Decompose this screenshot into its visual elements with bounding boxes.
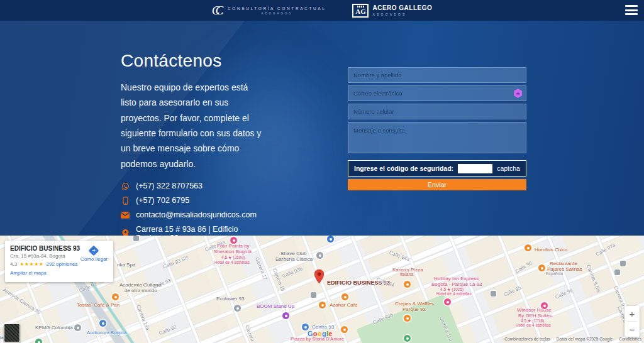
map-poi-label[interactable]: Crepes & Waffles xyxy=(395,301,434,307)
map-poi-label[interactable]: Italiana xyxy=(400,272,413,276)
map-poi-icon[interactable] xyxy=(538,264,545,271)
contact-row-address: Carrera 15 # 93a 86 | Edificio Business … xyxy=(121,225,272,236)
email-address[interactable]: contacto@misaliadosjuridicos.com xyxy=(136,210,257,219)
captcha-bar: Ingrese el código de seguridad: captcha xyxy=(348,160,526,177)
header-logos: CC CONSULTORÍA CONTRACTUAL ABOGADOS AG A… xyxy=(0,0,644,21)
cc-logo[interactable]: CC CONSULTORÍA CONTRACTUAL ABOGADOS xyxy=(212,4,326,18)
map-attribution: Combinaciones de teclas Datos del mapa ©… xyxy=(504,337,641,341)
map-poi-icon[interactable] xyxy=(74,324,81,331)
name-input[interactable] xyxy=(348,67,526,83)
map-poi-icon[interactable] xyxy=(404,335,411,342)
email-input[interactable] xyxy=(348,85,526,101)
map-poi-label[interactable]: Bogotá - Parque La 93 xyxy=(431,281,482,287)
map-poi-label[interactable]: Barbería Clásica xyxy=(275,256,313,262)
map-poi-icon[interactable] xyxy=(404,281,411,288)
cc-logo-title: CONSULTORÍA CONTRACTUAL xyxy=(228,6,326,11)
map-poi-label[interactable]: Hotel de 4 estrellas xyxy=(214,260,250,264)
map-poi-icon[interactable] xyxy=(327,236,334,242)
map-poi-label[interactable]: Holiday Inn Express xyxy=(434,276,479,281)
contact-row-email: contacto@misaliadosjuridicos.com xyxy=(121,210,272,219)
map-poi-label[interactable]: Azahar Café xyxy=(330,302,357,308)
map-zoom-controls: + − xyxy=(625,306,640,337)
zoom-out-button[interactable]: − xyxy=(625,322,640,337)
map-poi-icon[interactable] xyxy=(444,298,451,305)
contact-info-list: (+57) 322 8707563 (+57) 702 6795 contact… xyxy=(121,182,272,236)
map-poi-icon[interactable] xyxy=(234,305,241,312)
map-poi-icon[interactable] xyxy=(614,270,620,275)
whatsapp-number[interactable]: (+57) 322 8707563 xyxy=(136,182,203,190)
map-poi-label[interactable]: Four Points by xyxy=(217,243,250,249)
ag-logo-subtitle: ABOGADOS xyxy=(372,13,432,16)
map-poi-icon[interactable] xyxy=(341,326,348,333)
map-pin-icon[interactable] xyxy=(314,270,324,283)
hamburger-menu-icon[interactable] xyxy=(625,5,638,15)
phone-input[interactable] xyxy=(348,104,526,119)
street-view-thumbnail[interactable] xyxy=(4,324,20,342)
top-navbar: CC CONSULTORÍA CONTRACTUAL ABOGADOS AG A… xyxy=(0,0,644,21)
map-poi-label[interactable]: Shave Club xyxy=(280,251,306,256)
page-title: Contáctenos xyxy=(121,51,272,71)
zoom-in-button[interactable]: + xyxy=(625,306,640,321)
contact-hero-section: Contáctenos Nuestro equipo de expertos e… xyxy=(0,21,644,236)
captcha-word: captcha xyxy=(497,165,520,172)
map-poi-label[interactable]: nka Spa xyxy=(117,262,135,268)
map-poi-icon[interactable] xyxy=(319,302,326,308)
phone-number[interactable]: (+57) 702 6795 xyxy=(136,196,189,205)
map-poi-label[interactable]: Restaurante xyxy=(550,261,577,266)
ag-monogram-icon: AG xyxy=(352,4,369,18)
mobile-icon xyxy=(121,196,130,205)
map-poi-label[interactable]: BOOM Stand Up xyxy=(257,303,294,309)
map-poi-icon[interactable] xyxy=(282,312,289,319)
keyboard-shortcuts-link[interactable]: Combinaciones de teclas xyxy=(504,337,550,341)
map-poi-icon[interactable] xyxy=(230,237,237,244)
google-logo: Google xyxy=(308,330,333,337)
map-poi-label[interactable]: Parque 93 xyxy=(402,307,426,312)
map-poi-icon[interactable] xyxy=(404,315,411,322)
cc-monogram-icon: CC xyxy=(212,4,223,18)
rating-stars-icon: ★★★★★ xyxy=(19,261,43,267)
map-poi-label[interactable]: Sheraton Bogotá xyxy=(214,249,252,254)
map-data-credit: Datos del mapa ©2025 Google xyxy=(557,337,613,341)
message-textarea[interactable] xyxy=(348,122,526,153)
ag-logo[interactable]: AG ACERO GALLEGO ABOGADOS xyxy=(352,4,432,18)
map-poi-label[interactable]: Hotel de 4 estrellas xyxy=(516,323,551,327)
captcha-input[interactable] xyxy=(458,164,492,173)
map-poi-label[interactable]: Audiocom Bogotá xyxy=(87,330,126,335)
expand-map-link[interactable]: Ampliar el mapa xyxy=(10,270,108,276)
place-rating: 4.3 xyxy=(10,261,17,267)
captcha-label: Ingrese el código de seguridad: xyxy=(354,165,453,172)
map-poi-icon[interactable] xyxy=(35,339,42,343)
map-poi-label[interactable]: Centro 93 xyxy=(312,324,334,330)
directions-button[interactable]: ➜ Cómo llegar xyxy=(80,247,108,262)
map-poi-icon[interactable] xyxy=(99,320,106,327)
reviews-link[interactable]: 292 opiniones xyxy=(46,261,77,267)
contact-row-whatsapp: (+57) 322 8707563 xyxy=(121,182,272,190)
map-poi-label[interactable]: Hotel de 4 estrellas xyxy=(436,291,472,296)
google-map[interactable]: EDIFICIO BUSINESS 93Calle 93aCalle 93 Bi… xyxy=(0,236,644,343)
contact-form: ✳ Ingrese el código de seguridad: captch… xyxy=(348,67,526,190)
map-poi-label[interactable]: Tostao' Café & Pan xyxy=(77,302,119,308)
map-poi-label[interactable]: Academia Guitarra xyxy=(119,282,162,288)
map-poi-icon[interactable] xyxy=(133,236,139,241)
map-poi-label[interactable]: Ecotower 93 xyxy=(216,296,244,302)
map-poi-label[interactable]: KPMG Colombia xyxy=(35,325,73,330)
location-icon xyxy=(121,229,130,236)
map-poi-label[interactable]: de otro mundo xyxy=(125,288,157,293)
whatsapp-icon xyxy=(121,182,130,190)
map-poi-icon[interactable] xyxy=(620,261,626,266)
cc-logo-subtitle: ABOGADOS xyxy=(261,12,292,15)
map-poi-icon[interactable] xyxy=(341,293,348,300)
map-poi-icon[interactable] xyxy=(491,291,496,297)
map-poi-icon[interactable] xyxy=(316,252,323,259)
map-poi-label[interactable]: By GEH Suites xyxy=(518,313,552,318)
map-poi-icon[interactable] xyxy=(112,293,119,300)
terms-link[interactable]: Condiciones xyxy=(619,337,641,341)
map-poi-label[interactable]: Hornitos Chico xyxy=(535,247,567,253)
submit-button[interactable]: Enviar xyxy=(348,179,526,190)
map-poi-label[interactable]: Española xyxy=(546,271,563,276)
map-poi-icon[interactable] xyxy=(311,292,316,298)
map-poi-icon[interactable] xyxy=(541,302,548,309)
map-poi-label[interactable]: 4.6 ★ (2699) xyxy=(221,255,245,260)
ag-logo-title: ACERO GALLEGO xyxy=(372,4,432,11)
map-poi-icon[interactable] xyxy=(525,244,531,251)
